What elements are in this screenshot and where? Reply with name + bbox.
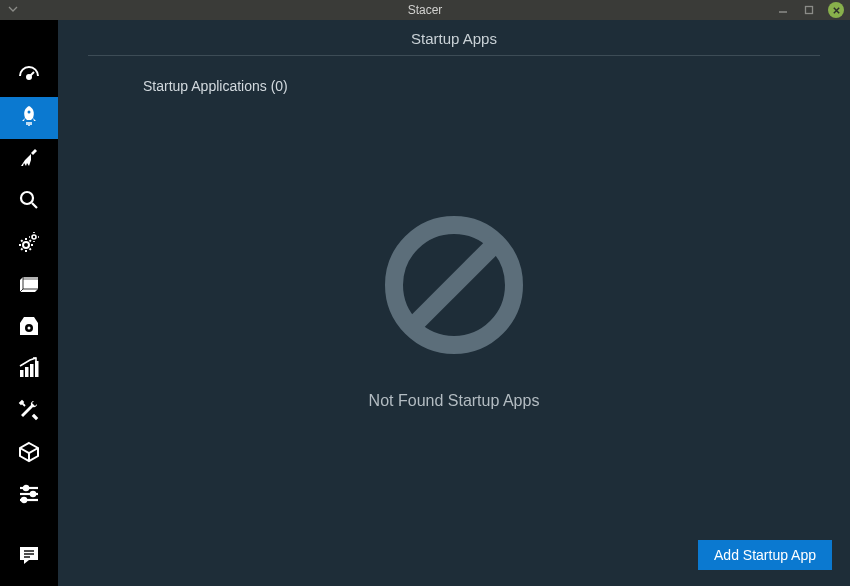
svg-rect-13 bbox=[25, 367, 29, 377]
no-entry-icon bbox=[379, 210, 529, 364]
svg-point-7 bbox=[23, 242, 29, 248]
sidebar-item-startup-apps[interactable] bbox=[0, 97, 58, 139]
page-title: Startup Apps bbox=[88, 20, 820, 56]
search-icon bbox=[17, 188, 41, 216]
empty-state: Not Found Startup Apps bbox=[58, 210, 850, 410]
svg-rect-12 bbox=[20, 370, 24, 377]
sidebar-item-services[interactable] bbox=[0, 223, 58, 265]
sidebar-item-search[interactable] bbox=[0, 181, 58, 223]
sidebar-item-feedback[interactable] bbox=[0, 536, 58, 578]
svg-point-5 bbox=[21, 192, 33, 204]
sidebar-item-settings[interactable] bbox=[0, 475, 58, 517]
window-title: Stacer bbox=[0, 3, 850, 17]
chart-icon bbox=[17, 356, 41, 384]
svg-point-21 bbox=[22, 498, 26, 502]
add-startup-app-button[interactable]: Add Startup App bbox=[698, 540, 832, 570]
close-button[interactable] bbox=[828, 2, 844, 18]
section-title: Startup Applications (0) bbox=[58, 56, 850, 94]
svg-line-6 bbox=[32, 203, 37, 208]
svg-point-19 bbox=[31, 492, 35, 496]
sidebar-item-system-cleaner[interactable] bbox=[0, 139, 58, 181]
sidebar-item-helpers[interactable] bbox=[0, 391, 58, 433]
package-icon bbox=[17, 440, 41, 468]
sidebar bbox=[0, 20, 58, 586]
sidebar-item-dashboard[interactable] bbox=[0, 55, 58, 97]
titlebar: Stacer bbox=[0, 0, 850, 20]
sidebar-item-processes[interactable] bbox=[0, 265, 58, 307]
gauge-icon bbox=[17, 62, 41, 90]
svg-point-11 bbox=[28, 327, 31, 330]
gears-icon bbox=[17, 230, 41, 258]
disk-icon bbox=[17, 314, 41, 342]
svg-point-8 bbox=[32, 235, 36, 239]
sidebar-item-apt-repository[interactable] bbox=[0, 433, 58, 475]
svg-point-4 bbox=[28, 111, 31, 114]
window-icon bbox=[17, 272, 41, 300]
svg-point-17 bbox=[24, 486, 28, 490]
svg-rect-9 bbox=[23, 277, 38, 280]
main-content: Startup Apps Startup Applications (0) No… bbox=[58, 20, 850, 586]
sidebar-item-uninstaller[interactable] bbox=[0, 307, 58, 349]
sliders-icon bbox=[17, 482, 41, 510]
broom-icon bbox=[17, 146, 41, 174]
empty-state-text: Not Found Startup Apps bbox=[369, 392, 540, 410]
sidebar-item-resources[interactable] bbox=[0, 349, 58, 391]
svg-rect-14 bbox=[30, 364, 34, 377]
tools-icon bbox=[17, 398, 41, 426]
maximize-button[interactable] bbox=[802, 3, 816, 17]
svg-rect-15 bbox=[35, 361, 39, 377]
app-menu-icon[interactable] bbox=[8, 3, 18, 17]
svg-line-26 bbox=[412, 243, 496, 327]
minimize-button[interactable] bbox=[776, 3, 790, 17]
svg-rect-1 bbox=[806, 7, 813, 14]
rocket-icon bbox=[17, 104, 41, 132]
feedback-icon bbox=[17, 543, 41, 571]
